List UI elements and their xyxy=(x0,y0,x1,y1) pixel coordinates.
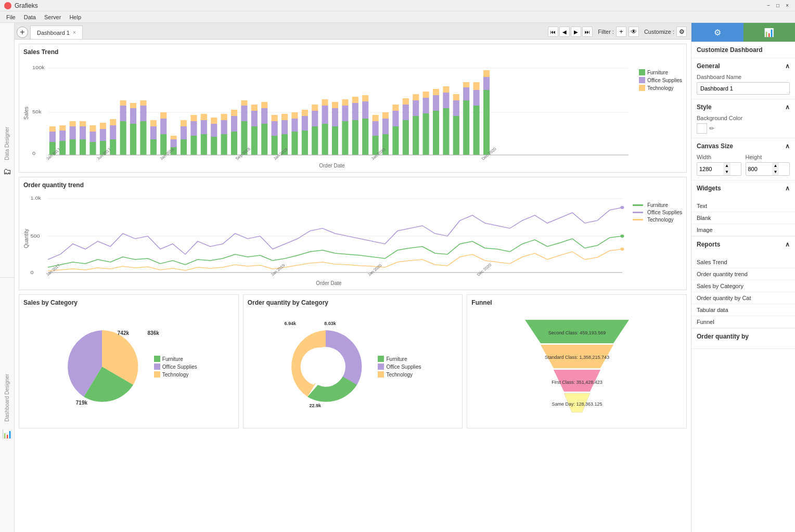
minimize-button[interactable]: − xyxy=(765,3,772,8)
canvas-size-header[interactable]: Canvas Size ∧ xyxy=(697,142,790,150)
svg-rect-114 xyxy=(413,116,419,155)
width-spin-down[interactable]: ▼ xyxy=(723,169,730,175)
report-order-qty-trend[interactable]: Order quantity trend xyxy=(691,268,795,280)
width-spin-up[interactable]: ▲ xyxy=(723,163,730,169)
svg-rect-92 xyxy=(332,102,338,108)
svg-rect-55 xyxy=(211,124,217,137)
svg-rect-66 xyxy=(251,126,258,155)
oqbc-title: Order quantity by Category xyxy=(248,299,458,306)
dashboard-name-input[interactable] xyxy=(697,82,790,95)
svg-rect-28 xyxy=(120,106,126,121)
widgets-collapse-icon[interactable]: ∧ xyxy=(785,185,790,192)
charts-tab[interactable]: 📊 xyxy=(743,23,796,42)
customize-title: Customize Dashboard xyxy=(691,42,795,58)
menu-help[interactable]: Help xyxy=(65,11,85,22)
svg-rect-50 xyxy=(190,115,197,121)
bg-color-edit-icon[interactable]: ✏ xyxy=(709,125,714,132)
svg-text:50k: 50k xyxy=(32,109,42,114)
svg-rect-107 xyxy=(382,112,389,119)
svg-rect-124 xyxy=(443,93,449,108)
charts-icon: 📊 xyxy=(764,28,774,37)
report-order-qty-cat[interactable]: Order quantity by Cat xyxy=(691,292,795,304)
menu-server[interactable]: Server xyxy=(40,11,65,22)
maximize-button[interactable]: □ xyxy=(774,3,781,8)
menu-file[interactable]: File xyxy=(2,11,20,22)
svg-rect-116 xyxy=(413,94,419,100)
customize-label: Customize : xyxy=(644,29,674,35)
svg-rect-80 xyxy=(291,112,298,119)
svg-rect-51 xyxy=(201,134,207,155)
svg-rect-120 xyxy=(433,111,439,155)
order-quantity-trend-chart: 1.0k 500 0 xyxy=(29,192,629,286)
svg-rect-15 xyxy=(80,139,86,155)
svg-rect-47 xyxy=(181,120,187,126)
order-qty-by-header[interactable]: Order quantity by xyxy=(691,329,795,344)
svg-rect-81 xyxy=(302,131,308,155)
svg-rect-119 xyxy=(423,92,429,98)
svg-rect-24 xyxy=(110,139,116,155)
svg-rect-58 xyxy=(221,120,227,134)
report-sales-by-cat[interactable]: Sales by Category xyxy=(691,280,795,292)
height-spin-down[interactable]: ▼ xyxy=(772,169,779,175)
customize-settings-button[interactable]: ⚙ xyxy=(676,27,687,37)
svg-rect-127 xyxy=(453,100,459,116)
nav-first-button[interactable]: ⏮ xyxy=(548,27,558,37)
tab-close-icon[interactable]: × xyxy=(73,30,76,35)
general-collapse-icon[interactable]: ∧ xyxy=(785,62,790,70)
widget-blank[interactable]: Blank xyxy=(691,212,795,224)
dashboard-name-label: Dashboard Name xyxy=(697,74,790,80)
oqt-legend: Furniture Office Supplies Technology xyxy=(629,192,682,223)
dashboard-tab[interactable]: Dashboard 1 × xyxy=(30,25,83,39)
sales-trend-x-label: Order Date xyxy=(29,163,635,168)
svg-rect-11 xyxy=(59,125,66,131)
bg-color-swatch[interactable] xyxy=(697,123,707,134)
svg-rect-135 xyxy=(483,90,490,155)
height-input-group: ▲ ▼ xyxy=(746,162,790,176)
svg-rect-65 xyxy=(241,100,247,106)
svg-rect-17 xyxy=(80,121,86,126)
height-input[interactable] xyxy=(746,163,772,175)
report-sales-trend[interactable]: Sales Trend xyxy=(691,256,795,268)
window-controls[interactable]: − □ × xyxy=(765,3,791,8)
close-button[interactable]: × xyxy=(784,3,791,8)
nav-next-button[interactable]: ▶ xyxy=(571,27,581,37)
general-label: General xyxy=(697,62,720,70)
svg-rect-100 xyxy=(362,101,368,119)
filter-eye-button[interactable]: 👁 xyxy=(629,27,639,37)
settings-tab[interactable]: ⚙ xyxy=(691,23,743,42)
reports-header[interactable]: Reports ∧ xyxy=(691,237,795,252)
svg-rect-91 xyxy=(332,108,338,126)
svg-rect-16 xyxy=(80,126,86,139)
svg-rect-31 xyxy=(130,108,136,124)
widget-image[interactable]: Image xyxy=(691,224,795,236)
svg-rect-38 xyxy=(150,120,157,126)
report-tabular[interactable]: Tabular data xyxy=(691,304,795,316)
pie-label-2: 742k xyxy=(118,330,129,336)
sidebar-label-dashboard-designer: Dashboard Designer xyxy=(4,369,10,427)
data-designer-icon[interactable]: 🗂 xyxy=(1,165,14,178)
report-funnel[interactable]: Funnel xyxy=(691,316,795,328)
svg-rect-78 xyxy=(291,132,298,155)
widgets-section: Widgets ∧ Text Blank Image xyxy=(691,180,795,237)
widget-text[interactable]: Text xyxy=(691,200,795,212)
svg-rect-101 xyxy=(362,95,368,101)
width-label: Width xyxy=(697,154,741,160)
order-quantity-trend-title: Order quantity trend xyxy=(23,181,682,189)
nav-prev-button[interactable]: ◀ xyxy=(559,27,570,37)
canvas-size-collapse-icon[interactable]: ∧ xyxy=(785,142,790,150)
dashboard-designer-icon[interactable]: 📊 xyxy=(0,427,15,441)
nav-last-button[interactable]: ⏭ xyxy=(582,27,593,37)
widgets-header[interactable]: Widgets ∧ xyxy=(691,180,795,196)
filter-add-button[interactable]: + xyxy=(616,27,626,37)
reports-collapse-icon[interactable]: ∧ xyxy=(785,241,790,248)
svg-rect-121 xyxy=(433,95,439,111)
style-header[interactable]: Style ∧ xyxy=(697,103,790,111)
style-collapse-icon[interactable]: ∧ xyxy=(785,103,790,111)
add-tab-button[interactable]: + xyxy=(17,27,28,38)
height-spin-up[interactable]: ▲ xyxy=(772,163,779,169)
svg-rect-118 xyxy=(423,98,429,113)
menu-data[interactable]: Data xyxy=(20,11,40,22)
width-input[interactable] xyxy=(697,163,723,175)
general-header[interactable]: General ∧ xyxy=(697,62,790,70)
svg-rect-27 xyxy=(120,121,126,155)
